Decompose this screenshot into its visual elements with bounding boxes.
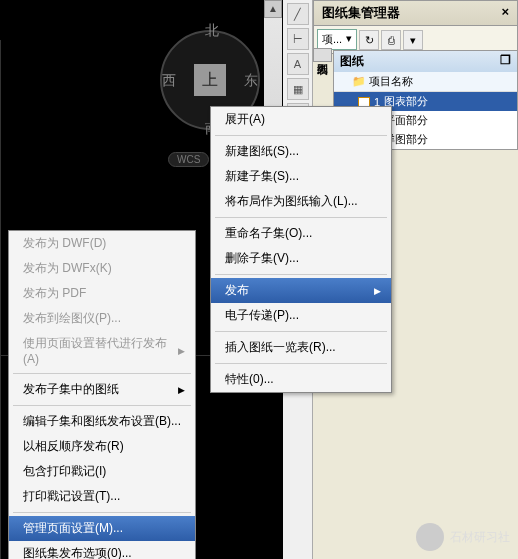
tool-text-icon[interactable]: A xyxy=(287,53,309,75)
submenu-arrow-icon: ▶ xyxy=(178,346,185,356)
menu-edit-subset-setup[interactable]: 编辑子集和图纸发布设置(B)... xyxy=(9,409,195,434)
sheet-set-manager: 图纸集管理器 × 项... ▾ ↻ ⎙ ▾ xyxy=(313,0,518,54)
menu-pub-subset-sheets[interactable]: 发布子集中的图纸▶ xyxy=(9,377,195,402)
sheet-icon xyxy=(358,97,370,107)
menu-separator xyxy=(215,217,387,218)
ssm-dropdown-label: 项... xyxy=(322,32,342,47)
menu-rename-subset-label: 重命名子集(O)... xyxy=(225,225,312,242)
ssm-more-button[interactable]: ▾ xyxy=(403,30,423,50)
watermark-logo xyxy=(416,523,444,551)
menu-pub-dwf-label: 发布为 DWF(D) xyxy=(23,235,106,252)
nav-up-icon[interactable]: ▲ xyxy=(264,0,282,18)
submenu-arrow-icon: ▶ xyxy=(178,385,185,395)
folder-icon: 📁 xyxy=(352,75,366,87)
menu-separator xyxy=(13,373,191,374)
menu-etransmit[interactable]: 电子传递(P)... xyxy=(211,303,391,328)
menu-publish-label: 发布 xyxy=(225,282,249,299)
menu-pub-dwf: 发布为 DWF(D) xyxy=(9,231,195,256)
sheet-context-menu: 展开(A) 新建图纸(S)... 新建子集(S)... 将布局作为图纸输入(L)… xyxy=(210,106,392,393)
menu-pub-pdf-label: 发布为 PDF xyxy=(23,285,86,302)
ssm-refresh-button[interactable]: ↻ xyxy=(359,30,379,50)
chevron-down-icon: ▾ xyxy=(346,32,352,47)
viewcube-east[interactable]: 东 xyxy=(244,72,258,90)
menu-ssm-publish-options-label: 图纸集发布选项(0)... xyxy=(23,545,132,559)
menu-expand[interactable]: 展开(A) xyxy=(211,107,391,132)
ssm-project-dropdown[interactable]: 项... ▾ xyxy=(317,29,357,50)
menu-edit-subset-setup-label: 编辑子集和图纸发布设置(B)... xyxy=(23,413,181,430)
tab-sheet-list[interactable]: 图纸列表 xyxy=(313,48,332,62)
viewcube-face-top[interactable]: 上 xyxy=(194,64,226,96)
menu-ssm-publish-options[interactable]: 图纸集发布选项(0)... xyxy=(9,541,195,559)
tool-dim-icon[interactable]: ⊢ xyxy=(287,28,309,50)
menu-separator xyxy=(215,363,387,364)
menu-pub-subset-sheets-label: 发布子集中的图纸 xyxy=(23,381,119,398)
tree-header-label: 图纸 xyxy=(340,53,364,70)
wcs-indicator[interactable]: WCS xyxy=(168,152,209,167)
menu-reverse-order[interactable]: 以相反顺序发布(R) xyxy=(9,434,195,459)
menu-include-stamp-label: 包含打印戳记(I) xyxy=(23,463,106,480)
menu-insert-sheet-list[interactable]: 插入图纸一览表(R)... xyxy=(211,335,391,360)
viewcube-north[interactable]: 北 xyxy=(205,22,219,40)
menu-separator xyxy=(215,331,387,332)
watermark: 石材研习社 xyxy=(416,523,510,551)
menu-separator xyxy=(215,274,387,275)
menu-include-stamp[interactable]: 包含打印戳记(I) xyxy=(9,459,195,484)
menu-reverse-order-label: 以相反顺序发布(R) xyxy=(23,438,124,455)
ssm-tabs: 图纸列表 xyxy=(313,48,331,62)
menu-manage-page-setup[interactable]: 管理页面设置(M)... xyxy=(9,516,195,541)
tool-line-icon[interactable]: ╱ xyxy=(287,3,309,25)
ssm-title-label: 图纸集管理器 xyxy=(322,4,400,22)
restore-icon[interactable]: ❐ xyxy=(500,53,511,70)
menu-pub-dwfx: 发布为 DWFx(K) xyxy=(9,256,195,281)
menu-rename-subset[interactable]: 重命名子集(O)... xyxy=(211,221,391,246)
submenu-arrow-icon: ▶ xyxy=(374,286,381,296)
ssm-print-button[interactable]: ⎙ xyxy=(381,30,401,50)
menu-expand-label: 展开(A) xyxy=(225,111,265,128)
menu-separator xyxy=(13,405,191,406)
menu-new-subset-label: 新建子集(S)... xyxy=(225,168,299,185)
menu-pub-dwfx-label: 发布为 DWFx(K) xyxy=(23,260,112,277)
menu-publish[interactable]: 发布▶ xyxy=(211,278,391,303)
tree-header[interactable]: 图纸 ❐ xyxy=(334,51,517,72)
menu-pub-setup-override-label: 使用页面设置替代进行发布(A) xyxy=(23,335,178,366)
publish-submenu: 发布为 DWF(D) 发布为 DWFx(K) 发布为 PDF 发布到绘图仪(P)… xyxy=(8,230,196,559)
close-icon[interactable]: × xyxy=(501,4,509,22)
menu-remove-subset[interactable]: 删除子集(V)... xyxy=(211,246,391,271)
watermark-text: 石材研习社 xyxy=(450,529,510,546)
tree-project-label: 项目名称 xyxy=(369,75,413,87)
menu-separator xyxy=(215,135,387,136)
menu-remove-subset-label: 删除子集(V)... xyxy=(225,250,299,267)
tree-project-root[interactable]: 📁 项目名称 xyxy=(334,72,517,92)
menu-import-layout[interactable]: 将布局作为图纸输入(L)... xyxy=(211,189,391,214)
menu-pub-pdf: 发布为 PDF xyxy=(9,281,195,306)
menu-insert-sheet-list-label: 插入图纸一览表(R)... xyxy=(225,339,336,356)
menu-new-sheet[interactable]: 新建图纸(S)... xyxy=(211,139,391,164)
menu-stamp-settings[interactable]: 打印戳记设置(T)... xyxy=(9,484,195,509)
menu-properties[interactable]: 特性(0)... xyxy=(211,367,391,392)
menu-new-sheet-label: 新建图纸(S)... xyxy=(225,143,299,160)
menu-etransmit-label: 电子传递(P)... xyxy=(225,307,299,324)
menu-pub-setup-override: 使用页面设置替代进行发布(A)▶ xyxy=(9,331,195,370)
viewcube-west[interactable]: 西 xyxy=(162,72,176,90)
tool-hatch-icon[interactable]: ▦ xyxy=(287,78,309,100)
ssm-titlebar[interactable]: 图纸集管理器 × xyxy=(313,0,518,26)
menu-separator xyxy=(13,512,191,513)
menu-new-subset[interactable]: 新建子集(S)... xyxy=(211,164,391,189)
menu-pub-plotter: 发布到绘图仪(P)... xyxy=(9,306,195,331)
menu-import-layout-label: 将布局作为图纸输入(L)... xyxy=(225,193,358,210)
menu-manage-page-setup-label: 管理页面设置(M)... xyxy=(23,520,123,537)
menu-stamp-settings-label: 打印戳记设置(T)... xyxy=(23,488,120,505)
menu-properties-label: 特性(0)... xyxy=(225,371,274,388)
menu-pub-plotter-label: 发布到绘图仪(P)... xyxy=(23,310,121,327)
